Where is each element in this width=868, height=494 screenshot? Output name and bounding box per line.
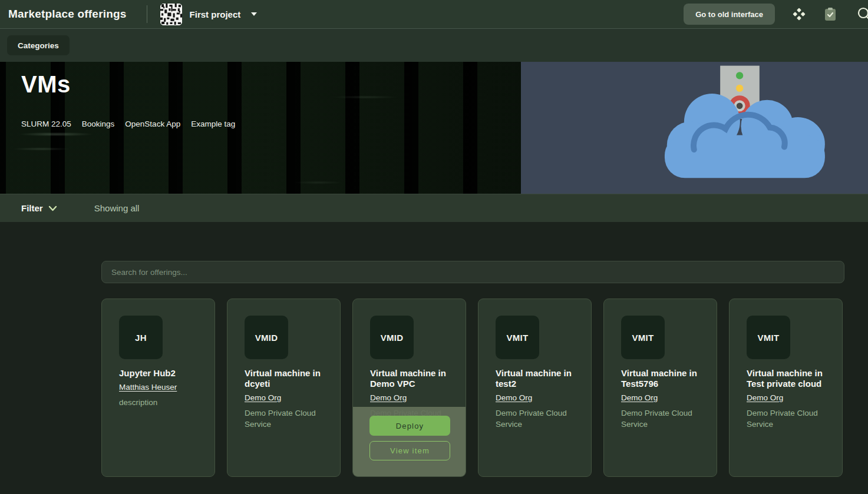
offering-logo: VMID [245, 316, 288, 359]
offering-description: Demo Private Cloud Service [496, 407, 575, 430]
offering-card[interactable]: JH Jupyter Hub2 Matthias Heuser descript… [101, 299, 215, 477]
offering-title: Virtual machine in Test private cloud [747, 368, 826, 389]
offering-title: Jupyter Hub2 [119, 368, 198, 379]
offering-description: Demo Private Cloud Service [621, 407, 700, 430]
filter-status: Showing all [94, 203, 140, 213]
offering-card[interactable]: VMIT Virtual machine in Test5796 Demo Or… [603, 299, 717, 477]
search-offerings-input[interactable] [101, 261, 844, 283]
categories-bar: Categories [0, 28, 868, 62]
offering-title: Virtual machine in test2 [496, 368, 575, 389]
offering-logo: JH [119, 316, 163, 359]
project-selector[interactable]: First project [160, 4, 258, 25]
card-hover-actions: Deploy View item [353, 407, 466, 476]
offering-logo: VMIT [747, 316, 790, 359]
tag-slurm[interactable]: SLURM 22.05 [21, 120, 71, 128]
chevron-down-icon [250, 12, 258, 16]
project-avatar [160, 4, 182, 25]
offering-title: Virtual machine in dcyeti [245, 368, 324, 389]
categories-button[interactable]: Categories [7, 35, 70, 55]
top-header: Marketplace offerings First project Go t… [0, 0, 868, 28]
tag-example-tag[interactable]: Example tag [191, 120, 235, 128]
offerings-grid: JH Jupyter Hub2 Matthias Heuser descript… [101, 299, 868, 477]
offering-logo: VMIT [621, 316, 665, 359]
tag-bookings[interactable]: Bookings [82, 120, 115, 128]
offering-logo: VMIT [496, 316, 539, 359]
tag-openstack-app[interactable]: OpenStack App [125, 120, 180, 128]
offerings-section: JH Jupyter Hub2 Matthias Heuser descript… [0, 222, 868, 477]
organization-link[interactable]: Demo Org [747, 393, 783, 402]
go-to-old-interface-button[interactable]: Go to old interface [684, 4, 775, 25]
header-divider [147, 5, 147, 23]
organization-link[interactable]: Demo Org [370, 393, 407, 402]
clipboard-check-icon[interactable] [824, 7, 836, 21]
offering-title: Virtual machine in Test5796 [621, 368, 700, 389]
offering-description: Demo Private Cloud Service [747, 407, 826, 430]
organization-link[interactable]: Demo Org [245, 393, 281, 402]
filter-toggle[interactable]: Filter [21, 203, 57, 213]
filter-bar: Filter Showing all [0, 194, 868, 222]
category-hero: VMs SLURM 22.05 Bookings OpenStack App E… [0, 62, 868, 194]
offering-card[interactable]: VMIT Virtual machine in test2 Demo Org D… [478, 299, 592, 477]
organization-link[interactable]: Matthias Heuser [119, 383, 177, 392]
page-title: Marketplace offerings [8, 8, 127, 21]
offering-card[interactable]: VMIT Virtual machine in Test private clo… [729, 299, 843, 477]
offering-card-hovered[interactable]: VMID Virtual machine in Demo VPC Demo Or… [352, 299, 466, 477]
chevron-down-icon [48, 205, 57, 211]
offering-card[interactable]: VMID Virtual machine in dcyeti Demo Org … [227, 299, 341, 477]
hero-right-panel [521, 62, 868, 194]
cloud-server-illustration [649, 63, 839, 183]
organization-link[interactable]: Demo Org [621, 393, 658, 402]
category-title: VMs [21, 71, 235, 98]
organization-link[interactable]: Demo Org [496, 393, 532, 402]
offering-description: Demo Private Cloud Service [245, 407, 324, 430]
filter-label: Filter [21, 203, 43, 213]
deploy-button[interactable]: Deploy [369, 416, 450, 436]
search-icon[interactable] [856, 6, 868, 22]
project-name: First project [190, 9, 241, 19]
view-item-button[interactable]: View item [369, 441, 450, 460]
offering-logo: VMID [370, 316, 414, 359]
offering-description: description [119, 397, 198, 408]
offering-title: Virtual machine in Demo VPC [370, 368, 449, 389]
category-tags: SLURM 22.05 Bookings OpenStack App Examp… [21, 120, 235, 128]
apps-grid-icon[interactable] [793, 8, 806, 21]
